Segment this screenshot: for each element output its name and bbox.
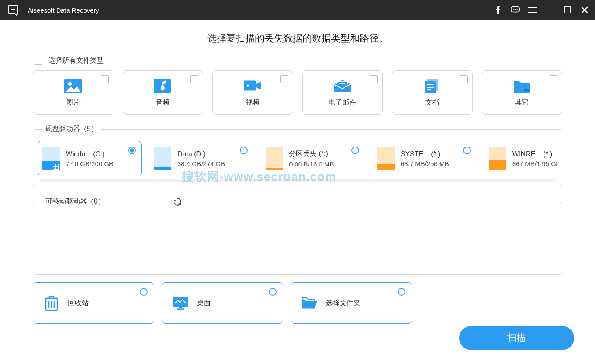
- refresh-button[interactable]: [167, 197, 187, 208]
- svg-rect-17: [244, 80, 256, 90]
- app-logo: Aiseesoft Data Recovery: [8, 4, 99, 16]
- feedback-icon[interactable]: [511, 6, 520, 14]
- drive-name: 分区丢失 (*:): [289, 150, 334, 159]
- drive-size: 63.7 MB/256 MB: [401, 160, 449, 167]
- drive-name: Data (D:): [177, 150, 225, 158]
- desktop-icon: [172, 294, 189, 312]
- location-label: 桌面: [197, 299, 211, 308]
- type-label: 音频: [156, 98, 170, 107]
- location-desktop[interactable]: 桌面: [162, 282, 283, 324]
- drive-card[interactable]: SYSTE... (*:)63.7 MB/256 MB: [373, 141, 476, 176]
- hdd-section-label: 硬盘驱动器（5）: [42, 125, 101, 134]
- type-label: 文档: [425, 98, 439, 107]
- drive-size: 77.0 GB/200 GB: [66, 160, 113, 167]
- drive-radio[interactable]: [463, 147, 471, 154]
- type-checkbox-email[interactable]: [370, 75, 378, 83]
- close-button[interactable]: [580, 6, 589, 14]
- other-icon: [513, 78, 531, 94]
- svg-rect-27: [53, 164, 55, 166]
- drive-icon: [42, 147, 60, 170]
- drive-radio[interactable]: [240, 147, 248, 154]
- location-radio[interactable]: [269, 288, 277, 296]
- drive-radio[interactable]: [128, 147, 136, 154]
- facebook-icon[interactable]: [494, 6, 502, 14]
- titlebar: Aiseesoft Data Recovery: [0, 0, 595, 20]
- drive-card[interactable]: 分区丢失 (*:)0.00 B/16.0 MB: [261, 141, 365, 176]
- type-card-other[interactable]: 其它: [482, 70, 563, 115]
- audio-icon: [154, 78, 172, 94]
- drive-name: WINRE... (*:): [512, 150, 557, 158]
- location-radio[interactable]: [140, 288, 148, 296]
- type-label: 图片: [66, 98, 80, 107]
- svg-rect-29: [53, 167, 55, 169]
- svg-point-5: [515, 9, 516, 10]
- svg-point-4: [513, 9, 514, 10]
- svg-rect-38: [177, 308, 184, 310]
- type-checkbox-other[interactable]: [550, 75, 557, 83]
- video-icon: [244, 78, 262, 94]
- drive-card[interactable]: WINRE... (*:)867 MB/1.95 GI: [484, 141, 557, 176]
- type-label: 视频: [246, 98, 260, 107]
- drive-size: 38.4 GB/274 GB: [177, 160, 225, 167]
- scan-button[interactable]: 扫描: [459, 326, 574, 350]
- location-label: 选择文件夹: [326, 299, 360, 308]
- location-choose-folder[interactable]: 选择文件夹: [291, 282, 412, 324]
- svg-point-15: [68, 82, 72, 86]
- type-checkbox-video[interactable]: [280, 75, 288, 83]
- type-checkbox-audio[interactable]: [190, 75, 198, 83]
- hdd-scrollbar[interactable]: [39, 179, 556, 182]
- svg-rect-30: [56, 167, 58, 169]
- type-checkbox-image[interactable]: [101, 75, 109, 83]
- drive-card[interactable]: Windo... (C:)77.0 GB/200 GB: [38, 141, 142, 176]
- drive-icon: [154, 147, 171, 170]
- svg-rect-11: [564, 7, 570, 13]
- menu-icon[interactable]: [528, 6, 537, 14]
- location-recycle-bin[interactable]: 回收站: [33, 282, 154, 324]
- image-icon: [64, 78, 82, 94]
- drive-name: Windo... (C:): [66, 150, 113, 158]
- page-heading: 选择要扫描的丢失数据的数据类型和路径。: [33, 32, 562, 45]
- svg-rect-37: [179, 307, 182, 309]
- type-card-audio[interactable]: 音频: [123, 70, 203, 115]
- drive-icon: [489, 147, 506, 170]
- maximize-button[interactable]: [563, 6, 572, 14]
- drive-card[interactable]: Data (D:)38.4 GB/274 GB: [149, 141, 253, 176]
- svg-rect-25: [524, 89, 529, 91]
- document-icon: [423, 78, 441, 94]
- type-card-email[interactable]: 电子邮件: [302, 70, 383, 115]
- select-all-checkbox[interactable]: [35, 57, 42, 65]
- type-card-video[interactable]: 视频: [212, 70, 293, 115]
- location-label: 回收站: [68, 299, 89, 308]
- email-icon: [333, 78, 351, 94]
- removable-section-label: 可移动驱动器（0）: [42, 197, 108, 206]
- trash-icon: [43, 294, 60, 312]
- minimize-button[interactable]: [546, 6, 554, 14]
- drive-icon: [377, 147, 395, 170]
- drive-size: 0.00 B/16.0 MB: [289, 160, 334, 168]
- type-label: 其它: [515, 98, 529, 107]
- removable-section: 可移动驱动器（0）: [33, 202, 562, 275]
- drive-radio[interactable]: [351, 147, 359, 154]
- drive-icon: [266, 147, 283, 170]
- svg-rect-28: [56, 164, 58, 166]
- type-card-document[interactable]: 文档: [392, 70, 473, 115]
- svg-point-18: [246, 84, 249, 87]
- svg-point-6: [517, 9, 518, 10]
- type-card-image[interactable]: 图片: [33, 70, 113, 115]
- folder-open-icon: [301, 294, 318, 312]
- drive-size: 867 MB/1.95 GI: [512, 160, 557, 167]
- select-all-label: 选择所有文件类型: [48, 56, 104, 65]
- app-title: Aiseesoft Data Recovery: [28, 6, 99, 14]
- hdd-section: 硬盘驱动器（5） Windo... (C:)77.0 GB/200 GBData…: [33, 129, 562, 187]
- drive-name: SYSTE... (*:): [401, 150, 449, 158]
- type-label: 电子邮件: [328, 98, 356, 107]
- type-checkbox-document[interactable]: [460, 75, 468, 83]
- location-radio[interactable]: [398, 288, 405, 296]
